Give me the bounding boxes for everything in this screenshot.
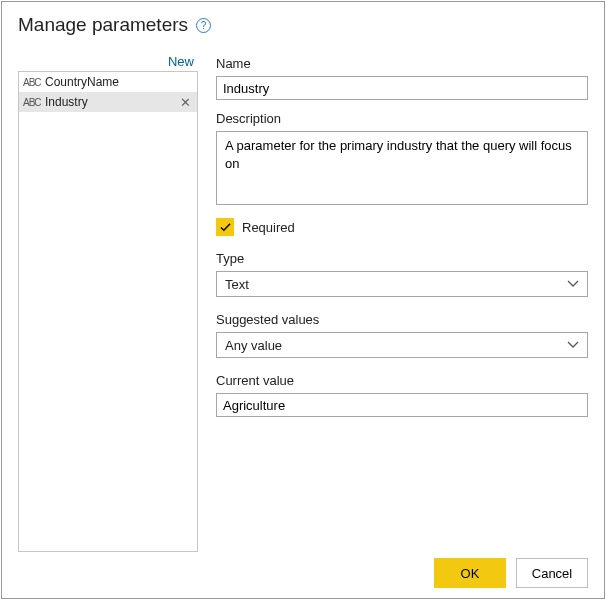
current-value-label: Current value	[216, 373, 588, 388]
type-label: Type	[216, 251, 588, 266]
abc-text-icon: ABC	[23, 97, 41, 108]
parameter-item-countryname[interactable]: ABC CountryName	[19, 72, 197, 92]
right-column: Name Description A parameter for the pri…	[216, 54, 588, 552]
parameter-item-label: Industry	[45, 95, 174, 109]
parameter-item-label: CountryName	[45, 75, 193, 89]
description-input[interactable]: A parameter for the primary industry tha…	[216, 131, 588, 205]
dialog-header: Manage parameters ?	[18, 14, 588, 36]
suggested-values-select-value: Any value	[225, 338, 282, 353]
delete-parameter-icon[interactable]: ✕	[178, 96, 193, 109]
dialog-frame: Manage parameters ? New ABC CountryName …	[1, 1, 605, 599]
check-icon	[220, 222, 231, 233]
description-label: Description	[216, 111, 588, 126]
dialog-footer: OK Cancel	[18, 552, 588, 588]
type-select-value: Text	[225, 277, 249, 292]
name-input[interactable]	[216, 76, 588, 100]
required-checkbox[interactable]	[216, 218, 234, 236]
cancel-button[interactable]: Cancel	[516, 558, 588, 588]
chevron-down-icon	[567, 339, 579, 351]
dialog-title: Manage parameters	[18, 14, 188, 36]
new-parameter-link[interactable]: New	[18, 54, 198, 69]
name-label: Name	[216, 56, 588, 71]
abc-text-icon: ABC	[23, 77, 41, 88]
current-value-input[interactable]	[216, 393, 588, 417]
dialog-content: New ABC CountryName ABC Industry ✕ Name …	[18, 54, 588, 552]
type-select[interactable]: Text	[216, 271, 588, 297]
help-icon[interactable]: ?	[196, 18, 211, 33]
chevron-down-icon	[567, 278, 579, 290]
suggested-values-select[interactable]: Any value	[216, 332, 588, 358]
parameter-item-industry[interactable]: ABC Industry ✕	[19, 92, 197, 112]
required-label: Required	[242, 220, 295, 235]
required-row: Required	[216, 218, 588, 236]
suggested-values-label: Suggested values	[216, 312, 588, 327]
parameter-list[interactable]: ABC CountryName ABC Industry ✕	[18, 71, 198, 552]
ok-button[interactable]: OK	[434, 558, 506, 588]
left-column: New ABC CountryName ABC Industry ✕	[18, 54, 198, 552]
